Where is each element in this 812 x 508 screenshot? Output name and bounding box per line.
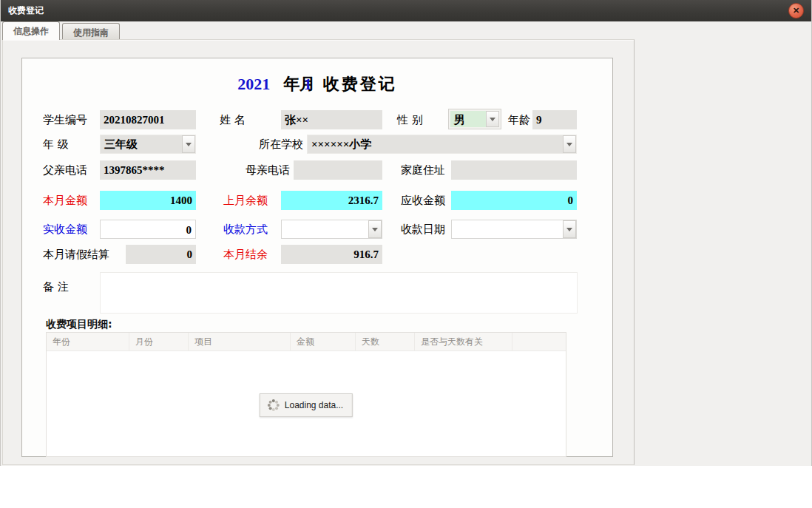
receivable-label: 应收金额 [401,191,445,210]
age-field[interactable]: 9 [532,110,577,129]
prev-balance-field[interactable]: 2316.7 [281,191,382,210]
gender-select[interactable]: 男 [449,109,501,129]
gender-value: 男 [450,111,486,127]
leave-settlement-field[interactable]: 0 [126,245,196,264]
tab-user-guide[interactable]: 使用指南 [62,23,120,40]
mother-phone-field[interactable] [294,160,382,180]
school-label: 所在学校 [259,135,303,154]
chevron-down-icon[interactable] [563,220,576,238]
pay-method-value [282,220,368,238]
tab-info-operation[interactable]: 信息操作 [2,21,60,40]
address-label: 家庭住址 [401,160,445,180]
pay-method-select[interactable] [281,220,382,239]
grade-label: 年 级 [43,135,69,154]
month-balance-field[interactable]: 916.7 [281,245,382,264]
name-label: 姓 名 [220,110,246,129]
grade-value: 三年级 [101,135,182,153]
student-id-field[interactable]: 20210827001 [100,110,196,129]
gender-label: 性 别 [397,110,423,129]
col-header-days: 天数 [356,333,415,350]
grade-select[interactable]: 三年级 [100,135,196,154]
school-value: ××××××小学 [308,135,563,153]
form-title: 2021年 1月收费登记 [22,73,612,95]
col-header-month: 月份 [129,333,189,350]
detail-section-title: 收费项目明细: [46,318,112,331]
col-header-amount: 金额 [291,333,356,350]
fee-detail-table[interactable]: 年份 月份 项目 金额 天数 是否与天数有关 Loading data... [46,332,566,457]
pay-method-label: 收款方式 [223,220,268,239]
month-amount-field[interactable]: 1400 [100,191,196,210]
school-select[interactable]: ××××××小学 [307,135,577,154]
title-year-label: 年 [283,75,300,93]
close-icon[interactable]: ✕ [788,3,804,18]
father-phone-label: 父亲电话 [43,160,87,180]
address-field[interactable] [451,160,577,180]
title-bar: 收费登记 ✕ [1,0,811,21]
month-balance-label: 本月结余 [223,245,268,264]
received-field[interactable]: 0 [100,220,196,239]
chevron-down-icon[interactable] [182,135,195,153]
pay-date-value [452,220,563,238]
fee-form-panel: 2021年 1月收费登记 学生编号 20210827001 姓 名 张×× 性 … [21,58,613,457]
father-phone-field[interactable]: 1397865**** [100,160,196,180]
loading-indicator: Loading data... [260,393,353,417]
col-header-item: 项目 [189,333,291,350]
title-suffix: 收费登记 [323,75,397,93]
chevron-down-icon[interactable] [486,111,499,127]
chevron-down-icon[interactable] [563,135,576,153]
col-header-extra [512,333,566,350]
loading-text: Loading data... [285,400,343,410]
remark-textarea[interactable] [100,272,578,314]
title-year: 2021 [237,75,270,93]
app-window: 收费登记 ✕ 信息操作 使用指南 2021年 1月收费登记 学生编号 20210… [0,0,812,466]
student-id-label: 学生编号 [43,110,87,129]
receivable-field[interactable]: 0 [451,191,577,210]
month-amount-label: 本月金额 [43,191,87,210]
table-header-row: 年份 月份 项目 金额 天数 是否与天数有关 [47,333,566,351]
remark-label: 备 注 [43,277,69,297]
title-month: 1 [304,75,312,93]
leave-settlement-label: 本月请假结算 [43,245,109,264]
chevron-down-icon[interactable] [368,220,382,238]
received-label: 实收金额 [43,220,87,239]
age-label: 年龄 [508,110,530,129]
spinner-icon [268,399,280,411]
window-title: 收费登记 [8,4,44,17]
pay-date-select[interactable] [451,220,577,239]
mother-phone-label: 母亲电话 [246,160,290,180]
prev-balance-label: 上月余额 [223,191,268,210]
col-header-days-related: 是否与天数有关 [415,333,512,350]
name-field[interactable]: 张×× [281,110,382,129]
pay-date-label: 收款日期 [401,220,445,239]
tab-strip: 信息操作 使用指南 [2,22,122,40]
col-header-year: 年份 [47,333,129,350]
